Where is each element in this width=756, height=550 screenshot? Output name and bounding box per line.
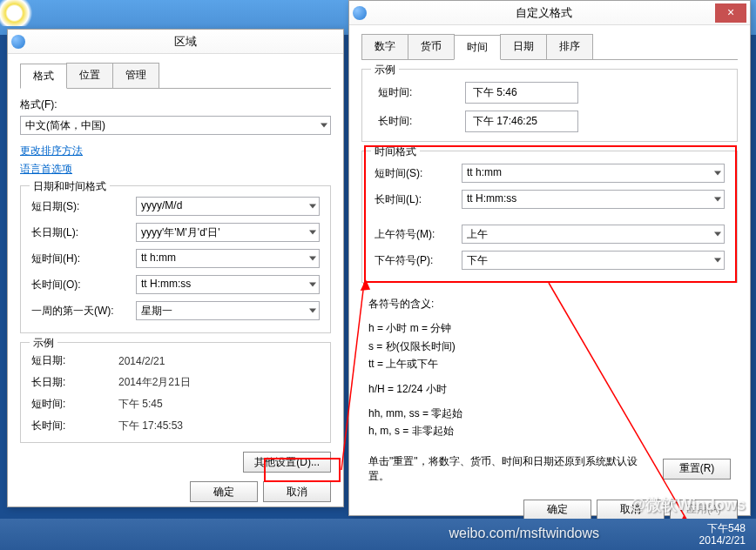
label-pm-symbol: 下午符号(P): — [375, 253, 462, 268]
globe-icon — [11, 35, 25, 49]
chevron-down-icon — [714, 198, 721, 202]
chevron-down-icon — [321, 124, 327, 128]
chevron-down-icon — [309, 257, 316, 261]
close-button[interactable]: × — [715, 3, 746, 23]
sample-long-date-label: 长日期: — [31, 375, 118, 390]
time-format-title: 时间格式 — [371, 144, 420, 159]
label-short-date: 短日期(S): — [31, 199, 136, 214]
reset-button[interactable]: 重置(R) — [663, 459, 731, 480]
label-long-time: 长时间(O): — [31, 278, 136, 292]
select-cs-short[interactable]: tt h:mm — [462, 164, 725, 183]
chevron-down-icon — [714, 171, 721, 176]
sample-group-title: 示例 — [30, 336, 57, 351]
sample-short-date-value: 2014/2/21 — [118, 355, 320, 367]
customize-tabbar: 数字 货币 时间 日期 排序 — [361, 34, 738, 60]
sample-short-time-value: 下午 5:45 — [118, 397, 320, 412]
chevron-down-icon — [714, 258, 721, 263]
select-short-time[interactable]: tt h:mm — [136, 249, 320, 268]
taskbar: 下午548 2014/2/21 — [0, 519, 756, 550]
tab-date[interactable]: 日期 — [500, 34, 547, 59]
select-long-time[interactable]: tt H:mm:ss — [136, 275, 320, 294]
cs-short-label: 短时间: — [378, 85, 465, 100]
legend-6: h, m, s = 非零起始 — [368, 422, 731, 439]
sample-short-time-label: 短时间: — [31, 397, 118, 412]
legend: 各符号的含义: h = 小时 m = 分钟 s = 秒(仅限长时间) tt = … — [361, 292, 738, 451]
label-short-time: 短时间(H): — [31, 252, 136, 266]
legend-title: 各符号的含义: — [368, 295, 731, 312]
chevron-down-icon — [714, 232, 721, 237]
cancel-button[interactable]: 取消 — [263, 481, 331, 502]
globe-icon — [353, 6, 367, 20]
label-cs-long: 长时间(L): — [375, 192, 462, 207]
chevron-down-icon — [309, 231, 316, 235]
select-am-symbol[interactable]: 上午 — [462, 225, 725, 244]
watermark-url: weibo.com/msftwindows — [449, 526, 600, 541]
tab-currency[interactable]: 货币 — [408, 34, 455, 59]
region-tabbar: 格式 位置 管理 — [20, 63, 331, 89]
sample-long-time-label: 长时间: — [31, 419, 118, 433]
datetime-format-group: 日期和时间格式 短日期(S):yyyy/M/d 长日期(L):yyyy'年'M'… — [20, 185, 331, 333]
taskbar-clock[interactable]: 下午548 2014/2/21 — [699, 522, 746, 547]
cs-short-value: 下午 5:46 — [465, 82, 578, 104]
taskbar-time: 下午548 — [699, 522, 746, 534]
tab-time[interactable]: 时间 — [454, 35, 501, 60]
select-first-day[interactable]: 星期一 — [136, 301, 320, 320]
sample-group: 示例 短日期:2014/2/21 长日期:2014年2月21日 短时间:下午 5… — [20, 342, 331, 443]
ok-button[interactable]: 确定 — [190, 481, 258, 502]
region-titlebar: 区域 — [8, 30, 343, 54]
region-title: 区域 — [30, 34, 340, 50]
reset-note: 单击"重置"，将数字、货币、时间和日期还原到系统默认设置。 — [368, 454, 654, 484]
tab-format[interactable]: 格式 — [20, 64, 67, 89]
label-long-date: 长日期(L): — [31, 225, 136, 240]
legend-3: tt = 上午或下午 — [368, 355, 731, 372]
sample-short-date-label: 短日期: — [31, 353, 118, 368]
wallpaper-flower — [0, 0, 48, 26]
format-label: 格式(F): — [20, 97, 331, 112]
custom-sample-group: 示例 短时间:下午 5:46 长时间:下午 17:46:25 — [361, 69, 738, 142]
format-value: 中文(简体，中国) — [25, 119, 105, 131]
tab-admin[interactable]: 管理 — [112, 63, 159, 88]
customize-window: 自定义格式 × 数字 货币 时间 日期 排序 示例 短时间:下午 5:46 长时… — [348, 0, 751, 516]
cs-long-label: 长时间: — [378, 114, 465, 129]
customize-title: 自定义格式 — [372, 5, 715, 21]
select-short-date[interactable]: yyyy/M/d — [136, 197, 320, 216]
tab-numbers[interactable]: 数字 — [361, 34, 408, 59]
link-change-sort[interactable]: 更改排序方法 — [20, 144, 331, 158]
format-select[interactable]: 中文(简体，中国) — [20, 116, 331, 135]
select-cs-long[interactable]: tt H:mm:ss — [462, 190, 725, 209]
taskbar-date: 2014/2/21 — [699, 534, 746, 547]
select-long-date[interactable]: yyyy'年'M'月'd'日' — [136, 223, 320, 242]
sample-long-date-value: 2014年2月21日 — [118, 375, 320, 390]
link-language-prefs[interactable]: 语言首选项 — [20, 162, 331, 177]
chevron-down-icon — [309, 283, 316, 287]
custom-sample-title: 示例 — [371, 63, 399, 77]
watermark-handle: @微软Windows — [631, 494, 746, 515]
label-first-day: 一周的第一天(W): — [31, 304, 136, 319]
legend-5: hh, mm, ss = 零起始 — [368, 405, 731, 422]
customize-ok-button[interactable]: 确定 — [523, 500, 591, 520]
tab-sort[interactable]: 排序 — [546, 34, 593, 59]
legend-4: h/H = 12/24 小时 — [368, 380, 731, 398]
other-settings-button[interactable]: 其他设置(D)... — [243, 452, 331, 473]
chevron-down-icon — [309, 205, 316, 209]
label-am-symbol: 上午符号(M): — [375, 227, 462, 242]
tab-location[interactable]: 位置 — [66, 63, 113, 88]
datetime-group-title: 日期和时间格式 — [30, 179, 110, 194]
chevron-down-icon — [309, 309, 316, 313]
region-window: 区域 格式 位置 管理 格式(F): 中文(简体，中国) 更改排序方法 语言首选… — [7, 29, 344, 507]
legend-1: h = 小时 m = 分钟 — [368, 319, 731, 337]
label-cs-short: 短时间(S): — [375, 166, 462, 181]
time-format-group: 时间格式 短时间(S):tt h:mm 长时间(L):tt H:mm:ss 上午… — [361, 151, 738, 283]
sample-long-time-value: 下午 17:45:53 — [118, 419, 320, 433]
legend-2: s = 秒(仅限长时间) — [368, 338, 731, 355]
select-pm-symbol[interactable]: 下午 — [462, 251, 725, 270]
cs-long-value: 下午 17:46:25 — [465, 111, 578, 132]
customize-titlebar: 自定义格式 × — [349, 1, 750, 25]
